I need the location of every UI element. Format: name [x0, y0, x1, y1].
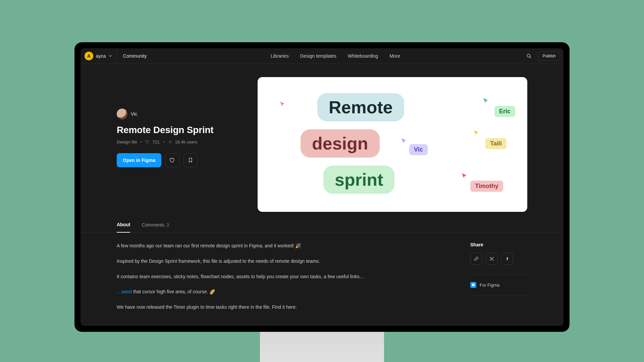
svg-rect-3 — [472, 284, 475, 286]
file-meta: Design file 721 18.4k users — [117, 139, 244, 144]
cursor-tag-vic: Vic — [409, 144, 428, 155]
tab-comments-label: Comments — [142, 222, 164, 228]
nav-design-templates[interactable]: Design templates — [300, 53, 336, 59]
heart-icon — [145, 139, 150, 144]
share-link-button[interactable] — [470, 253, 482, 265]
bookmark-icon — [187, 157, 194, 163]
nav-community[interactable]: Community — [117, 53, 147, 59]
cover-word-design: design — [301, 129, 380, 158]
svg-point-0 — [527, 54, 530, 57]
author-link[interactable]: Vic — [117, 109, 244, 119]
for-figma-row[interactable]: For Figma — [470, 282, 527, 288]
nav-more[interactable]: More — [389, 53, 400, 59]
description-p3: It contains team exercises, sticky notes… — [117, 273, 450, 281]
tab-comments-count: 3 — [166, 222, 169, 228]
likes-count: 721 — [152, 139, 160, 144]
top-bar: A ayca Community Libraries Design templa… — [80, 48, 564, 64]
publish-button[interactable]: Publish — [538, 51, 560, 61]
nav-libraries[interactable]: Libraries — [271, 53, 289, 59]
svg-line-1 — [530, 57, 531, 58]
user-name: ayca — [96, 53, 106, 59]
tab-about[interactable]: About — [117, 222, 130, 233]
users-count: 18.4k users — [175, 139, 198, 144]
share-x-button[interactable] — [486, 253, 498, 265]
figma-app-icon — [470, 282, 476, 288]
search-icon[interactable] — [524, 51, 534, 61]
nav-whiteboarding[interactable]: Whiteboarding — [348, 53, 378, 59]
author-name: Vic — [131, 111, 137, 117]
share-label: Share — [470, 242, 527, 247]
description-p5: We have now released the Timer plugin to… — [117, 303, 450, 311]
description-p2: Inspired by the Design Sprint framework,… — [117, 257, 450, 265]
like-button[interactable] — [165, 153, 179, 167]
cursor-tag-eric: Eric — [494, 106, 515, 117]
monitor-stand — [260, 332, 384, 362]
share-facebook-button[interactable] — [501, 253, 513, 265]
user-menu[interactable]: A ayca — [80, 48, 117, 63]
users-icon — [168, 139, 172, 144]
file-title: Remote Design Sprint — [117, 125, 244, 135]
link-icon — [474, 256, 479, 261]
cover-word-remote: Remote — [317, 93, 404, 121]
heart-icon — [169, 157, 175, 163]
cover-word-sprint: sprint — [323, 166, 394, 194]
cursor-icon — [279, 101, 286, 108]
cursor-icon — [482, 97, 490, 105]
cursor-icon — [461, 172, 468, 180]
sidebar: Share — [470, 242, 527, 319]
description-p1: A few months ago our team ran our first … — [117, 242, 450, 250]
tab-comments[interactable]: Comments 3 — [142, 222, 169, 232]
cursor-tag-taili: Taili — [485, 138, 506, 149]
description-p4: …aand that cursor high five area, of cou… — [117, 288, 450, 296]
cursor-icon — [473, 129, 480, 137]
chevron-down-icon — [109, 54, 112, 58]
aand-link[interactable]: …aand — [117, 289, 132, 294]
cover-image: Remote design sprint Eric Vic Taili Timo… — [258, 77, 527, 212]
facebook-icon — [504, 256, 510, 261]
description: A few months ago our team ran our first … — [117, 242, 450, 319]
user-avatar: A — [85, 52, 93, 60]
app-window: A ayca Community Libraries Design templa… — [80, 48, 564, 326]
open-in-figma-button[interactable]: Open in Figma — [117, 153, 161, 167]
cursor-icon — [400, 137, 408, 145]
for-figma-label: For Figma — [480, 283, 499, 288]
author-avatar — [117, 109, 127, 119]
tabs: About Comments 3 — [80, 212, 564, 233]
file-type-label: Design file — [117, 139, 137, 144]
cursor-tag-timothy: Timothy — [470, 181, 503, 192]
svg-point-2 — [169, 141, 170, 142]
bookmark-button[interactable] — [183, 153, 198, 167]
x-icon — [489, 256, 494, 261]
hero-section: Vic Remote Design Sprint Design file 721… — [80, 64, 564, 212]
